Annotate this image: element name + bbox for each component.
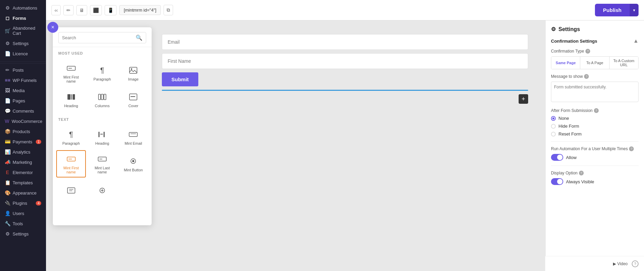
sidebar-item-plugins[interactable]: 🔌 Plugins 4 bbox=[0, 198, 46, 208]
tablet-view-button[interactable]: ⬛ bbox=[90, 5, 102, 15]
svg-point-22 bbox=[132, 160, 134, 162]
run-automation-help[interactable]: ? bbox=[629, 146, 634, 151]
allow-toggle[interactable] bbox=[551, 154, 563, 161]
block-mint-first-name-text[interactable]: Mint First name bbox=[56, 150, 86, 177]
sidebar-item-media[interactable]: 🖼 Media bbox=[0, 85, 46, 96]
radio-none-input[interactable] bbox=[551, 116, 556, 121]
radio-hide-form-label: Hide Form bbox=[558, 124, 579, 129]
confirmation-section-title: Confirmation Settings bbox=[551, 39, 597, 44]
firstname-field[interactable] bbox=[162, 53, 528, 69]
display-option-help[interactable]: ? bbox=[579, 171, 584, 175]
sidebar-item-payments[interactable]: 💳 Payments 1 bbox=[0, 137, 46, 147]
svg-rect-6 bbox=[73, 94, 75, 100]
sidebar-item-comments[interactable]: 💬 Comments bbox=[0, 106, 46, 116]
settings-header: ⚙ Settings bbox=[551, 26, 639, 32]
sidebar-item-licence[interactable]: 📄 Licence bbox=[0, 48, 46, 59]
block-heading-most[interactable]: Heading bbox=[56, 88, 86, 111]
submit-button[interactable]: Submit bbox=[162, 72, 198, 86]
copy-shortcode-button[interactable]: ⧉ bbox=[164, 5, 173, 15]
block-mint-button[interactable]: Mint Button bbox=[119, 150, 148, 177]
sidebar-item-marketing[interactable]: 📣 Marketing bbox=[0, 157, 46, 167]
conf-type-to-page[interactable]: To A Page bbox=[580, 57, 609, 69]
block-image-most[interactable]: Image bbox=[119, 59, 148, 87]
always-visible-toggle[interactable] bbox=[551, 178, 563, 185]
payments-badge: 1 bbox=[36, 140, 41, 144]
sidebar-item-appearance[interactable]: 🎨 Appearance bbox=[0, 188, 46, 198]
sidebar-item-settings[interactable]: ⚙ Settings bbox=[0, 38, 46, 48]
block-cover-most[interactable]: Cover bbox=[119, 88, 148, 111]
block-paragraph-text[interactable]: ¶ Paragraph bbox=[56, 126, 86, 149]
radio-reset-form[interactable]: Reset Form bbox=[551, 131, 639, 137]
block-mint-first-name-most[interactable]: Mint First name bbox=[56, 59, 86, 87]
marketing-icon: 📣 bbox=[5, 159, 10, 165]
video-button[interactable]: ▶ Video bbox=[613, 261, 628, 266]
publish-dropdown-button[interactable]: ▾ bbox=[630, 4, 639, 16]
sidebar-item-forms[interactable]: ◻ Forms bbox=[0, 13, 46, 23]
radio-reset-form-label: Reset Form bbox=[558, 131, 582, 137]
block-picker-close-button[interactable]: × bbox=[47, 22, 58, 33]
payments-icon: 💳 bbox=[5, 139, 10, 144]
form-canvas: Submit + bbox=[152, 27, 538, 111]
settings-divider-2 bbox=[551, 166, 639, 166]
back-button[interactable]: ‹‹ bbox=[51, 5, 61, 15]
sidebar-item-pages[interactable]: 📄 Pages bbox=[0, 96, 46, 106]
block-cover-label-most: Cover bbox=[128, 104, 138, 108]
radio-reset-form-input[interactable] bbox=[551, 132, 556, 137]
settings-divider-1 bbox=[551, 141, 639, 142]
sidebar-item-wp-funnels[interactable]: ≡≡ WP Funnels bbox=[0, 75, 46, 85]
svg-rect-2 bbox=[129, 67, 137, 73]
block-paragraph-most[interactable]: ¶ Paragraph bbox=[87, 59, 117, 87]
mint-first-name-icon-most bbox=[66, 63, 77, 73]
collapse-icon[interactable]: ▲ bbox=[633, 38, 639, 44]
sidebar-item-users[interactable]: 👤 Users bbox=[0, 208, 46, 218]
plugins-icon: 🔌 bbox=[5, 200, 10, 206]
block-columns-most[interactable]: Columns bbox=[87, 88, 117, 111]
search-input-wrap: 🔍 bbox=[58, 32, 146, 43]
add-block-button[interactable]: + bbox=[519, 94, 528, 104]
sidebar-item-products[interactable]: 📦 Products bbox=[0, 126, 46, 137]
edit-button[interactable]: ✏ bbox=[63, 5, 74, 15]
sidebar-item-analytics[interactable]: 📊 Analytics bbox=[0, 147, 46, 157]
block-heading-text[interactable]: Heading bbox=[87, 126, 117, 149]
block-extra-1[interactable] bbox=[56, 182, 86, 199]
sidebar-item-abandoned-cart[interactable]: 🛒 Abandoned Cart bbox=[0, 23, 46, 38]
sidebar-item-woocommerce[interactable]: W WooCommerce bbox=[0, 116, 46, 126]
conf-type-custom-url[interactable]: To A Custom URL bbox=[610, 57, 638, 69]
search-input[interactable] bbox=[62, 35, 133, 40]
block-columns-label-most: Columns bbox=[95, 104, 109, 108]
publish-button[interactable]: Publish bbox=[595, 4, 630, 16]
products-icon: 📦 bbox=[5, 129, 10, 134]
block-picker: × 🔍 MOST USED Mint First name ¶ Paragrap… bbox=[53, 27, 152, 225]
help-button[interactable]: ? bbox=[632, 260, 639, 267]
block-mint-email[interactable]: Mint Email bbox=[119, 126, 148, 149]
plugins-badge: 4 bbox=[36, 201, 41, 205]
desktop-view-button[interactable]: 🖥 bbox=[76, 5, 87, 15]
message-help[interactable]: ? bbox=[584, 74, 589, 79]
appearance-icon: 🎨 bbox=[5, 190, 10, 196]
after-submission-help[interactable]: ? bbox=[594, 108, 599, 113]
block-mint-last-name[interactable]: Mint Last name bbox=[87, 150, 117, 177]
confirmation-type-label: Confirmation Type ? bbox=[551, 49, 639, 54]
radio-hide-form-input[interactable] bbox=[551, 124, 556, 129]
sidebar-item-settings-wp[interactable]: ⚙ Settings bbox=[0, 229, 46, 239]
svg-rect-8 bbox=[101, 94, 103, 100]
mint-button-icon bbox=[128, 156, 139, 166]
abandoned-cart-icon: 🛒 bbox=[5, 28, 10, 33]
sidebar-item-elementor[interactable]: E Elementor bbox=[0, 167, 46, 177]
confirmation-section-row: Confirmation Settings ▲ bbox=[551, 38, 639, 44]
radio-none[interactable]: None bbox=[551, 116, 639, 121]
radio-hide-form[interactable]: Hide Form bbox=[551, 124, 639, 129]
mobile-view-button[interactable]: 📱 bbox=[105, 5, 117, 15]
svg-rect-23 bbox=[67, 188, 75, 193]
message-textarea[interactable] bbox=[551, 82, 639, 102]
confirmation-type-help[interactable]: ? bbox=[585, 49, 590, 54]
block-extra-2[interactable] bbox=[87, 182, 117, 199]
sidebar-item-tools[interactable]: 🔧 Tools bbox=[0, 218, 46, 229]
conf-type-same-page[interactable]: Same Page bbox=[551, 57, 580, 69]
sidebar: ⚙ Automations ◻ Forms 🛒 Abandoned Cart ⚙… bbox=[0, 0, 46, 271]
sidebar-item-templates[interactable]: 📋 Templates bbox=[0, 177, 46, 188]
email-field[interactable] bbox=[162, 34, 528, 50]
sidebar-item-automations[interactable]: ⚙ Automations bbox=[0, 3, 46, 13]
mint-email-icon bbox=[128, 130, 139, 139]
sidebar-item-posts[interactable]: ✏ Posts bbox=[0, 65, 46, 75]
